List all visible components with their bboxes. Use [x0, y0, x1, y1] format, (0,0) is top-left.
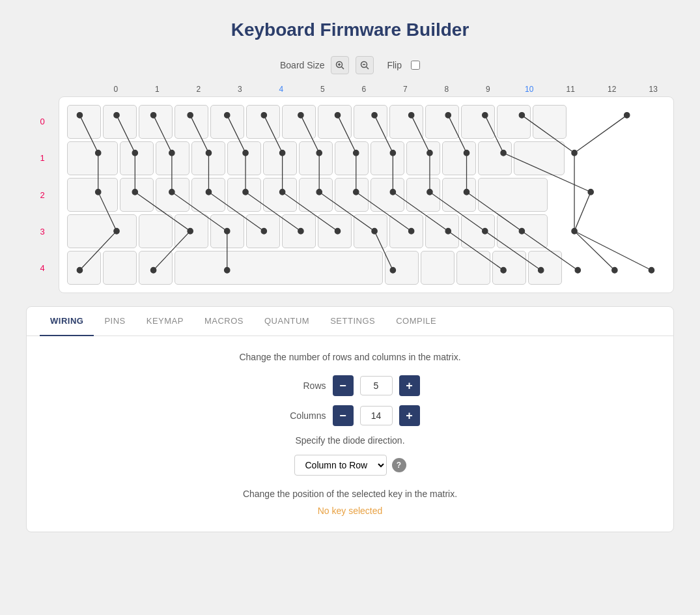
key-0-2[interactable] [139, 105, 173, 139]
key-1-3[interactable] [191, 141, 225, 175]
col-num-1: 1 [137, 85, 178, 94]
tab-compile[interactable]: COMPILE [385, 307, 447, 336]
key-1-2[interactable] [156, 141, 189, 175]
rows-minus-button[interactable]: − [333, 375, 354, 396]
rows-plus-button[interactable]: + [399, 375, 420, 396]
key-1-11[interactable] [478, 141, 512, 175]
key-2-2[interactable] [156, 178, 189, 212]
tab-wiring[interactable]: WIRING [40, 307, 94, 336]
key-3-9[interactable] [425, 214, 459, 248]
key-0-7[interactable] [318, 105, 352, 139]
key-3-7[interactable] [354, 214, 387, 248]
key-4-10[interactable] [456, 251, 490, 285]
toolbar: Board Size Flip [26, 56, 674, 74]
tab-quantum[interactable]: QUANTUM [254, 307, 320, 336]
tab-settings[interactable]: SETTINGS [320, 307, 385, 336]
key-4-12[interactable] [528, 251, 562, 285]
key-0-4[interactable] [210, 105, 244, 139]
key-2-3[interactable] [191, 178, 225, 212]
key-2-6[interactable] [299, 178, 333, 212]
diode-select[interactable]: Column to Row Row to Column [294, 455, 387, 476]
key-3-8[interactable] [389, 214, 423, 248]
tab-keymap[interactable]: KEYMAP [136, 307, 194, 336]
key-1-12[interactable] [514, 141, 565, 175]
zoom-in-button[interactable] [331, 56, 349, 74]
cols-control: Columns − + [40, 405, 660, 426]
tab-pins[interactable]: PINS [94, 307, 135, 336]
key-4-0[interactable] [67, 251, 101, 285]
row-num-1: 1 [26, 139, 59, 176]
key-0-13[interactable] [533, 105, 567, 139]
key-3-10[interactable] [461, 214, 495, 248]
key-1-7[interactable] [335, 141, 369, 175]
cols-minus-button[interactable]: − [333, 405, 354, 426]
key-0-9[interactable] [389, 105, 423, 139]
key-row-0 [67, 105, 665, 139]
keyboard-canvas [59, 96, 674, 293]
board-size-label: Board Size [280, 60, 324, 70]
key-3-0[interactable] [67, 214, 137, 248]
key-0-12[interactable] [497, 105, 531, 139]
key-3-5[interactable] [282, 214, 316, 248]
key-3-3[interactable] [210, 214, 244, 248]
key-2-9[interactable] [406, 178, 440, 212]
key-1-9[interactable] [406, 141, 440, 175]
key-2-8[interactable] [371, 178, 404, 212]
row-num-3: 3 [26, 213, 59, 250]
key-4-1[interactable] [103, 251, 137, 285]
key-1-4[interactable] [227, 141, 261, 175]
key-0-6[interactable] [282, 105, 316, 139]
key-4-9[interactable] [421, 251, 455, 285]
key-1-0[interactable] [67, 141, 118, 175]
matrix-desc: Change the number of rows and columns in… [40, 352, 660, 362]
key-row-3 [67, 214, 665, 248]
position-desc: Change the position of the selected key … [40, 489, 660, 499]
zoom-out-button[interactable] [356, 56, 374, 74]
tab-macros[interactable]: MACROS [194, 307, 254, 336]
key-1-10[interactable] [442, 141, 476, 175]
key-4-space[interactable] [175, 251, 383, 285]
key-0-0[interactable] [67, 105, 101, 139]
help-icon[interactable]: ? [392, 458, 406, 472]
key-3-6[interactable] [318, 214, 352, 248]
key-1-8[interactable] [371, 141, 404, 175]
rows-control: Rows − + [40, 375, 660, 396]
key-4-11[interactable] [492, 251, 526, 285]
key-0-10[interactable] [425, 105, 459, 139]
rows-value-input[interactable] [360, 376, 393, 395]
col-num-9: 9 [468, 85, 509, 94]
col-num-5: 5 [302, 85, 344, 94]
key-2-0[interactable] [67, 178, 118, 212]
key-4-2[interactable] [139, 251, 173, 285]
key-2-10[interactable] [442, 178, 476, 212]
key-3-2[interactable] [175, 214, 208, 248]
flip-checkbox[interactable] [411, 61, 420, 70]
key-2-11[interactable] [478, 178, 548, 212]
key-1-6[interactable] [299, 141, 333, 175]
key-2-1[interactable] [120, 178, 154, 212]
key-row-4 [67, 251, 665, 285]
key-1-1[interactable] [120, 141, 154, 175]
key-2-5[interactable] [263, 178, 297, 212]
cols-label: Columns [281, 410, 326, 421]
col-num-0: 0 [95, 85, 137, 94]
key-2-7[interactable] [335, 178, 369, 212]
cols-value-input[interactable] [360, 406, 393, 425]
key-0-11[interactable] [461, 105, 495, 139]
key-1-5[interactable] [263, 141, 297, 175]
col-num-7: 7 [385, 85, 427, 94]
diode-direction-row: Column to Row Row to Column ? [40, 455, 660, 476]
key-3-11[interactable] [497, 214, 548, 248]
key-row-2 [67, 178, 665, 212]
key-0-3[interactable] [175, 105, 208, 139]
key-2-4[interactable] [227, 178, 261, 212]
key-0-5[interactable] [246, 105, 280, 139]
key-0-8[interactable] [354, 105, 387, 139]
col-num-2: 2 [178, 85, 219, 94]
cols-plus-button[interactable]: + [399, 405, 420, 426]
matrix-wrapper: 0 1 2 3 4 5 6 7 8 9 10 11 12 13 0 1 2 [26, 85, 674, 293]
key-0-1[interactable] [103, 105, 137, 139]
key-3-1[interactable] [139, 214, 173, 248]
key-3-4[interactable] [246, 214, 280, 248]
key-4-8[interactable] [385, 251, 419, 285]
